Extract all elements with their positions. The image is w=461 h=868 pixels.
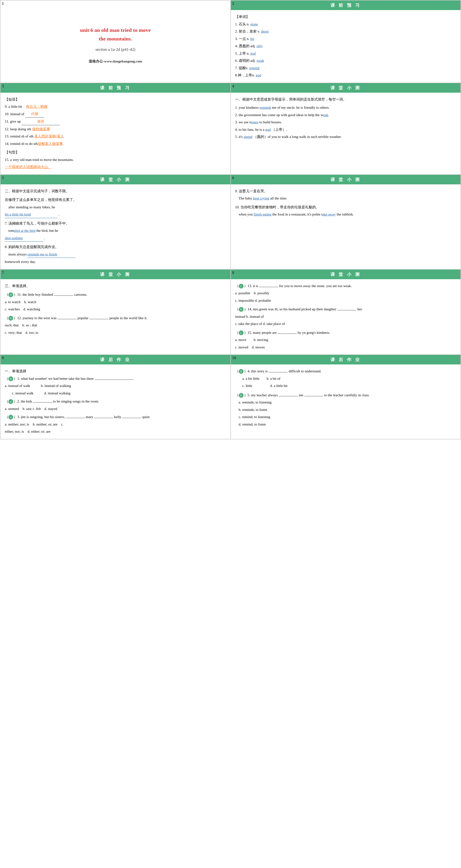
test6-item9-en: The baby kept crying all the time. [235,195,456,202]
answer: shot at the bird [14,229,35,232]
sentence-15: 15. a very old man tried to move the mou… [5,156,226,163]
answer: weak [256,59,264,62]
test8-item13-options: a. possible b. possibly [235,290,456,297]
hw9-item3-opts1: a. neither; nor; is b. neither; or; are … [5,421,226,428]
sentence-15-ans: 一个很老的人试图移动大山。 [5,165,52,169]
test5-item6-zh: 在修理了这么多单车之后，他觉得有点累了。 [5,196,226,203]
test6-item9-zh: 9. 这婴儿一直在哭。 [235,188,456,195]
blank [122,418,141,418]
cell-number-3: 3 [2,84,4,88]
phrase-12: 12. keep doing sth 保持做某事 [5,126,226,133]
vocab-item-7: 7. 提醒v. remind [235,65,456,71]
cell-10-header: 课 后 作 业 [231,355,461,365]
cell-number-5: 5 [2,176,4,180]
hw10-item5-opts3: c. remind; to listening [235,413,456,421]
answer-a: a [8,415,13,420]
vocab-item-6: 6. 虚弱的 adj. weak [235,57,456,64]
cell-6-content: 9. 这婴儿一直在哭。 The baby kept crying all the… [231,184,461,222]
cell-number-8: 8 [232,271,234,275]
answer: eak [323,113,328,117]
cell-number-9: 9 [2,356,4,360]
cell-4-content: 一、根据中文意思或首字母提示，用单词的适当形式填空，每空一词。 1. your … [231,93,461,144]
answer-a: a [8,399,13,404]
vocab-item-1: 1. 石头 n. stone [235,21,456,28]
test4-item5: 5. it's stupid （蠢的）of you to walk a long… [235,133,456,140]
blank [269,372,287,372]
hw9-item1: （b）1. what bad weather! we had better ta… [5,375,226,382]
answer: stone [250,22,258,26]
test7-item11: （d）11. the little boy finished cartoons. [5,291,226,298]
vocab-item-3: 3. 一点 n. bit [235,35,456,42]
sub-title: section a 1a-2d (p41-42) [95,47,135,52]
test7-intro: 三、单项选择。 [5,283,226,289]
answer-b: b [8,316,13,321]
hw10-item4: （d）4. this story is difficult to underst… [235,368,456,375]
answer: reminds me to finish [28,251,75,258]
vocab-item-2: 2. 射击；发射 v. shoot [235,28,456,35]
answer: remind [249,66,259,70]
hw9-item1-opts1: a. instead of walk b. instead of walking [5,382,226,389]
test5-item8-en2: homework every day. [5,258,226,265]
vocab-item-5: 5. 上帝 n. god [235,50,456,57]
phrase-13: 13. remind sb of sth 某人想起某物/某人 [5,133,226,140]
answer-d: d [239,369,244,374]
test8-item13-options2: c. impossible d. probable [235,297,456,304]
cell-9-content: 一、单项选择 （b）1. what bad weather! we had be… [0,365,230,439]
test7-item11-options: a. to watch b. watch [5,299,226,306]
test5-item7-zh: 7. 汤姆瞄准了鸟儿，可他什么都射不中。 [5,220,226,227]
phrase-9: 9. a little bit 有点儿；稍微 [5,103,226,110]
test8-item13: （c）13. it is for you to move away the st… [235,283,456,289]
hw10-item5-opts1: a. reminds; to listening [235,399,456,406]
test8-item15-options2: c. moved d. moves [235,344,456,351]
cell-3-header: 课 前 预 习 [0,83,230,93]
main-title: unit 6 an old man tried to movethe mount… [80,26,151,42]
test4-item1: 1. your kindness reminds me of my uncle.… [235,104,456,111]
hw10-item4-opts1: a. a bit little b. a bit of [235,375,456,382]
blank [66,418,85,418]
hw10-item5-opts2: b. reminds; to listen [235,406,456,413]
answer: god [256,73,261,77]
cell-7-content: 三、单项选择。 （d）11. the little boy finished c… [0,279,230,340]
phrase-label: 【短语】 [5,96,226,103]
cell-6-header: 课 堂 小 测 [231,175,461,184]
answer: 保持做某事 [32,127,50,131]
cell-5-content: 二、根据中文提示完成句子，词数不限。 在修理了这么多单车之后，他觉得有点累了。 … [0,184,230,269]
test8-item15-options: a. move b. moving [235,336,456,343]
answer: 某人想起某物/某人 [34,134,64,138]
cell-7-header: 课 堂 小 测 [0,270,230,279]
blank [33,402,52,403]
hw9-intro: 一、单项选择 [5,368,226,375]
answer: finish eating [254,212,272,216]
phrase-14: 14. remind sb to do sth提醒某人做某事 [5,140,226,147]
test4-intro: 一、根据中文意思或首字母提示，用单词的适当形式填空，每空一词。 [235,96,456,103]
answer: silly [256,44,263,48]
answer-d: d [8,292,13,297]
vocab-label: 【单词】 [235,13,456,20]
test7-item11-options2: c. watches d. watching [5,306,226,313]
cell-3-content: 【短语】 9. a little bit 有点儿；稍微 10. instead … [0,93,230,174]
blank [95,379,133,380]
test5-intro: 二、根据中文提示完成句子，词数不限。 [5,188,226,195]
answer: kept crying [253,196,269,200]
vocab-item-4: 4. 愚蠢的 adj. silly [235,42,456,50]
hw9-item1-opts2: c. instead walk d. instead walking [5,390,226,397]
answer: 提醒某人做某事 [38,142,63,146]
blank [54,296,73,296]
test4-item2: 2. the government has come up with good … [235,112,456,119]
hw9-item2-opts: a. seemed b. saw c. felt d. stayed [5,405,226,412]
hw9-item2: （a）2. the kids to be singing songs in th… [5,398,226,405]
test4-item3: 3. we use stones to build houses. [235,119,456,126]
hw10-item5: （b）5. my teacher always me to the teache… [235,392,456,399]
cell-8-header: 课 堂 小 测 [231,270,461,279]
test5-item6-ans: fet a little bit tired . [5,211,226,218]
blank [278,334,297,334]
cell-number-4: 4 [232,84,234,88]
blank [94,418,113,418]
cell-9-header: 课 后 作 业 [0,355,230,365]
test5-item7-ans2: shot nothing . [5,235,226,242]
blank [304,396,323,396]
blank [337,310,356,310]
answer: shoot [261,29,269,33]
blank [279,396,298,396]
answer: 有点儿；稍微 [26,105,48,108]
